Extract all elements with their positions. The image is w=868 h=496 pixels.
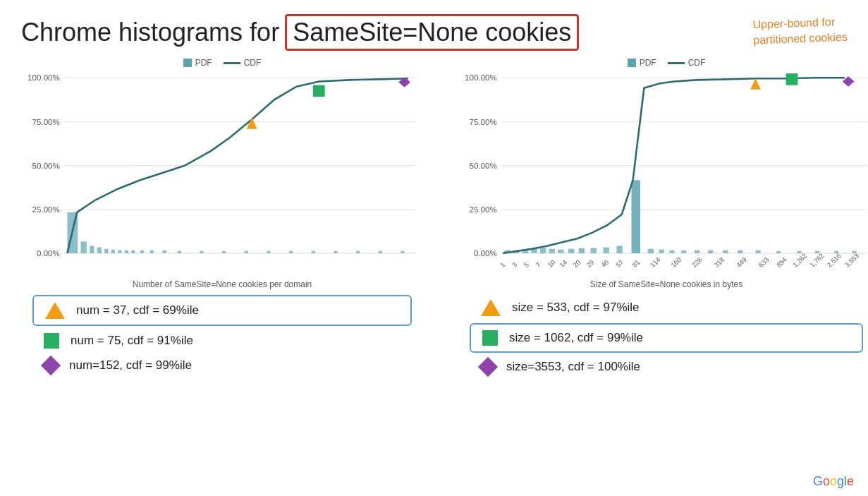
svg-rect-23 (200, 251, 203, 253)
svg-rect-15 (111, 250, 115, 253)
svg-text:20: 20 (571, 258, 582, 269)
pdf-legend-label: PDF (195, 58, 212, 68)
svg-rect-31 (379, 251, 382, 253)
svg-rect-20 (150, 250, 154, 253)
right-cdf-legend-icon (668, 62, 685, 64)
svg-rect-81 (648, 249, 654, 253)
svg-text:14: 14 (558, 258, 568, 269)
svg-rect-90 (776, 251, 781, 253)
svg-text:449: 449 (735, 255, 748, 269)
right-pdf-legend-label: PDF (640, 58, 656, 68)
svg-rect-25 (245, 251, 248, 253)
svg-text:25.00%: 25.00% (32, 205, 60, 214)
svg-text:75.00%: 75.00% (470, 118, 497, 126)
svg-rect-85 (695, 250, 699, 253)
svg-rect-27 (289, 251, 293, 253)
svg-text:1,782: 1,782 (808, 252, 826, 269)
svg-text:633: 633 (757, 255, 770, 269)
right-annotation-1: size = 533, cdf = 97%ile (470, 295, 863, 320)
svg-text:160: 160 (669, 255, 683, 269)
right-annotation-label-1: size = 533, cdf = 97%ile (512, 301, 640, 315)
square-green-icon-1 (44, 333, 59, 349)
svg-text:10: 10 (546, 258, 556, 269)
svg-text:894: 894 (775, 255, 788, 269)
title-prefix: Chrome histograms for (21, 18, 279, 47)
svg-rect-72 (540, 248, 546, 253)
annotation-text: Upper-bound for partitioned cookies (752, 14, 848, 49)
svg-rect-84 (681, 250, 686, 253)
svg-text:3,553: 3,553 (843, 252, 861, 269)
svg-rect-73 (549, 249, 555, 253)
svg-text:100.00%: 100.00% (465, 74, 497, 83)
pdf-legend-icon (183, 59, 192, 67)
svg-text:1,262: 1,262 (791, 252, 809, 269)
svg-rect-24 (222, 251, 226, 253)
left-annotation-1: num = 37, cdf = 69%ile (32, 295, 412, 326)
svg-rect-96 (786, 73, 798, 85)
svg-text:7: 7 (534, 261, 542, 269)
svg-rect-28 (312, 251, 315, 253)
left-annotation-label-2: num = 75, cdf = 91%ile (71, 334, 193, 348)
left-chart-section: PDF CDF 100.00% 75.00% 50.00% 25.00% 0.0… (21, 58, 423, 380)
svg-text:25.00%: 25.00% (470, 205, 497, 214)
svg-text:81: 81 (630, 258, 641, 269)
svg-rect-93 (834, 251, 838, 253)
svg-rect-78 (603, 248, 609, 253)
svg-rect-83 (669, 250, 674, 253)
svg-text:0.00%: 0.00% (474, 249, 497, 258)
svg-text:318: 318 (712, 255, 726, 269)
svg-rect-82 (659, 250, 664, 253)
triangle-orange-icon-2 (481, 299, 501, 316)
cdf-legend: CDF (224, 58, 262, 68)
left-annotation-label-3: num=152, cdf = 99%ile (69, 358, 192, 373)
svg-rect-32 (401, 251, 404, 253)
pdf-legend: PDF (183, 58, 212, 68)
diamond-purple-icon-1 (41, 356, 61, 375)
svg-rect-22 (178, 251, 181, 253)
right-annotation-label-3: size=3553, cdf = 100%ile (506, 360, 640, 374)
svg-marker-95 (750, 78, 761, 90)
svg-rect-17 (125, 250, 128, 253)
svg-rect-86 (708, 250, 713, 253)
svg-rect-16 (118, 250, 121, 253)
svg-rect-14 (104, 249, 108, 253)
diamond-purple-icon-2 (478, 357, 498, 377)
svg-rect-80 (631, 180, 640, 253)
cdf-legend-label: CDF (244, 58, 262, 68)
svg-text:0.00%: 0.00% (37, 249, 60, 258)
svg-rect-29 (334, 251, 337, 253)
svg-rect-89 (755, 250, 760, 253)
title-highlight: SameSite=None cookies (285, 14, 579, 51)
svg-rect-74 (558, 250, 563, 253)
cdf-legend-icon (224, 62, 240, 64)
left-chart-legend: PDF CDF (21, 58, 423, 68)
right-chart-title: Size of SameSite=None cookies in bytes (458, 279, 868, 289)
svg-text:100.00%: 100.00% (27, 74, 60, 83)
page-container: Chrome histograms for SameSite=None cook… (0, 0, 868, 496)
svg-rect-12 (90, 246, 94, 253)
left-annotations: num = 37, cdf = 69%ile num = 75, cdf = 9… (21, 295, 423, 377)
svg-rect-87 (723, 250, 728, 253)
right-annotations: size = 533, cdf = 97%ile size = 1062, cd… (458, 295, 868, 378)
svg-rect-75 (568, 249, 574, 253)
svg-text:1: 1 (499, 261, 507, 269)
svg-text:40: 40 (599, 258, 610, 269)
svg-rect-19 (140, 250, 144, 253)
left-annotation-3: num=152, cdf = 99%ile (32, 354, 412, 377)
triangle-orange-icon-1 (45, 302, 65, 319)
charts-row: PDF CDF 100.00% 75.00% 50.00% 25.00% 0.0… (21, 58, 847, 380)
svg-text:5: 5 (522, 261, 531, 269)
svg-text:29: 29 (585, 258, 595, 269)
left-annotation-2: num = 75, cdf = 91%ile (32, 329, 412, 353)
svg-rect-77 (591, 248, 597, 253)
right-cdf-legend: CDF (668, 58, 706, 68)
svg-rect-76 (579, 248, 585, 253)
right-pdf-legend-icon (628, 59, 636, 67)
svg-rect-94 (852, 251, 856, 253)
svg-text:75.00%: 75.00% (32, 118, 60, 126)
google-logo: Google (813, 474, 854, 489)
svg-rect-11 (80, 241, 86, 253)
svg-rect-13 (97, 248, 102, 253)
svg-text:114: 114 (649, 255, 662, 269)
left-chart-svg: 100.00% 75.00% 50.00% 25.00% 0.00% (21, 72, 423, 277)
